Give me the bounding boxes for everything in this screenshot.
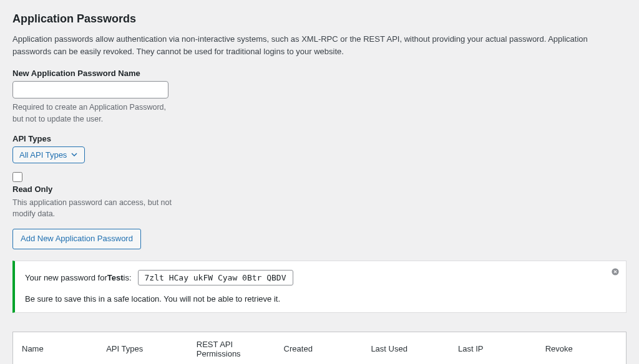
section-title: Application Passwords [12,12,627,26]
passwords-table: Name API Types REST API Permissions Crea… [12,332,627,364]
new-password-notice: Your new password for Test is: 7zlt HCay… [12,261,627,313]
th-revoke: Revoke [539,332,627,364]
chevron-down-icon [71,151,78,158]
api-types-dropdown[interactable]: All API Types [12,146,85,163]
notice-note: Be sure to save this in a safe location.… [25,294,616,304]
section-description: Application passwords allow authenticati… [12,33,627,57]
read-only-label: Read Only [12,184,627,194]
th-last-used: Last Used [364,332,452,364]
add-new-button[interactable]: Add New Application Password [12,229,141,249]
th-api-types: API Types [100,332,190,364]
table-header-row: Name API Types REST API Permissions Crea… [13,332,627,364]
th-name: Name [13,332,100,364]
api-types-label: API Types [12,134,627,143]
notice-suffix: is: [124,273,132,282]
name-field-label: New Application Password Name [12,69,627,78]
password-display[interactable]: 7zlt HCay ukFW Cyaw 0Btr QBDV [138,270,293,285]
notice-prefix: Your new password for [25,273,107,282]
notice-app-name: Test [107,273,124,282]
api-types-selected: All API Types [19,150,67,160]
close-icon [611,267,620,276]
dismiss-notice-button[interactable] [610,266,621,277]
name-help-text: Required to create an Application Passwo… [12,102,175,125]
read-only-checkbox[interactable] [12,172,22,182]
th-last-ip: Last IP [452,332,539,364]
name-input[interactable] [12,81,168,98]
read-only-help: This application password can access, bu… [12,197,175,221]
th-permissions: REST API Permissions [190,332,278,364]
th-created: Created [278,332,365,364]
